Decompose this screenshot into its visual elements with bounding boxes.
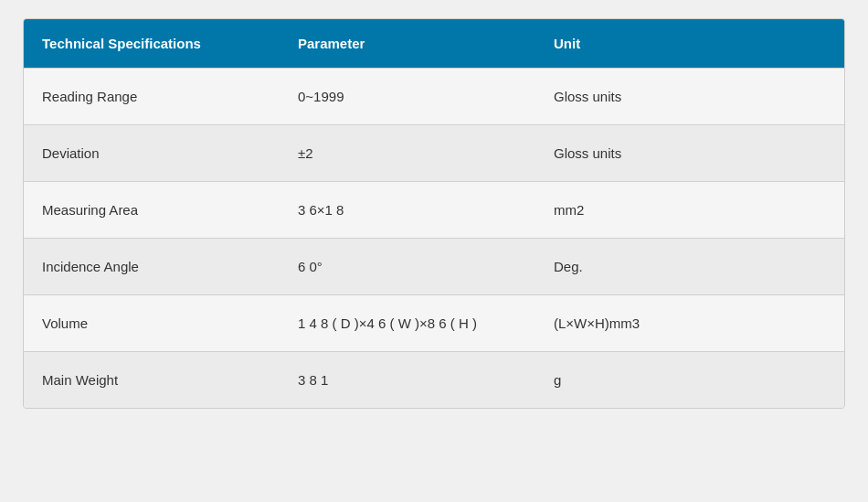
cell-unit: Gloss units bbox=[535, 69, 844, 124]
cell-param: 3 8 1 bbox=[280, 352, 535, 408]
cell-spec: Main Weight bbox=[24, 352, 280, 408]
header-spec: Technical Specifications bbox=[24, 19, 280, 68]
cell-unit: (L×W×H)mm3 bbox=[535, 295, 844, 351]
cell-param: ±2 bbox=[280, 125, 535, 181]
cell-unit: g bbox=[535, 352, 844, 408]
cell-param: 0~1999 bbox=[280, 69, 535, 124]
cell-spec: Reading Range bbox=[24, 69, 280, 124]
table-row: Main Weight3 8 1g bbox=[24, 351, 844, 408]
cell-param: 6 0° bbox=[280, 239, 535, 294]
header-param: Parameter bbox=[280, 19, 535, 68]
table-row: Volume1 4 8 ( D )×4 6 ( W )×8 6 ( H )(L×… bbox=[24, 294, 844, 351]
specs-table: Technical Specifications Parameter Unit … bbox=[23, 18, 845, 409]
cell-param: 1 4 8 ( D )×4 6 ( W )×8 6 ( H ) bbox=[280, 295, 535, 351]
cell-spec: Volume bbox=[24, 295, 280, 351]
table-row: Deviation±2Gloss units bbox=[24, 124, 844, 181]
cell-unit: Deg. bbox=[535, 239, 844, 294]
table-header-row: Technical Specifications Parameter Unit bbox=[24, 19, 844, 68]
cell-unit: mm2 bbox=[535, 182, 844, 238]
table-row: Incidence Angle6 0°Deg. bbox=[24, 238, 844, 294]
cell-spec: Measuring Area bbox=[24, 182, 280, 238]
cell-unit: Gloss units bbox=[535, 125, 844, 181]
cell-spec: Deviation bbox=[24, 125, 280, 181]
cell-spec: Incidence Angle bbox=[24, 239, 280, 294]
table-row: Measuring Area3 6×1 8mm2 bbox=[24, 181, 844, 238]
table-row: Reading Range0~1999Gloss units bbox=[24, 68, 844, 124]
header-unit: Unit bbox=[535, 19, 844, 68]
cell-param: 3 6×1 8 bbox=[280, 182, 535, 238]
table-body: Reading Range0~1999Gloss unitsDeviation±… bbox=[24, 68, 844, 408]
